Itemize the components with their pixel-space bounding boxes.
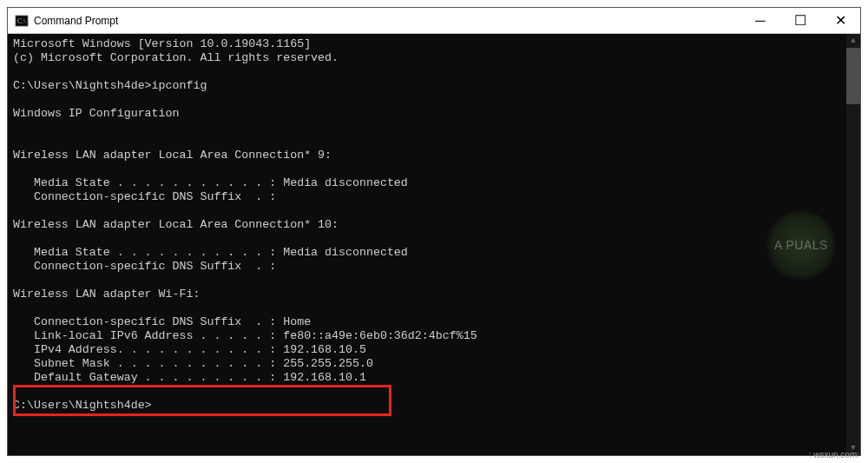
- window-titlebar[interactable]: C:\ Command Prompt ─ ☐ ✕: [8, 8, 860, 34]
- minimize-icon: ─: [755, 13, 765, 29]
- wifi-gateway: Default Gateway . . . . . . . . . : 192.…: [13, 371, 366, 384]
- scroll-thumb[interactable]: [846, 48, 860, 104]
- close-icon: ✕: [835, 12, 846, 29]
- cmd-icon: C:\: [15, 14, 29, 28]
- wifi-ipv6: Link-local IPv6 Address . . . . . : fe80…: [13, 329, 477, 342]
- adapter-9-media: Media State . . . . . . . . . . . : Medi…: [13, 176, 408, 189]
- close-button[interactable]: ✕: [820, 8, 860, 33]
- cursor: [152, 400, 159, 412]
- maximize-button[interactable]: ☐: [780, 8, 820, 33]
- wifi-subnet: Subnet Mask . . . . . . . . . . . : 255.…: [13, 357, 373, 370]
- wifi-dns: Connection-specific DNS Suffix . : Home: [13, 315, 311, 328]
- prompt-ipconfig: C:\Users\Nightsh4de>ipconfig: [13, 79, 207, 92]
- adapter-10-header: Wireless LAN adapter Local Area Connecti…: [13, 218, 339, 231]
- adapter-9-header: Wireless LAN adapter Local Area Connecti…: [13, 149, 332, 162]
- chevron-up-icon: ▲: [851, 36, 855, 45]
- scroll-up-button[interactable]: ▲: [846, 34, 860, 48]
- version-line: Microsoft Windows [Version 10.0.19043.11…: [13, 37, 311, 50]
- copyright-line: (c) Microsoft Corporation. All rights re…: [13, 51, 339, 64]
- minimize-button[interactable]: ─: [740, 8, 780, 33]
- command-prompt-window: C:\ Command Prompt ─ ☐ ✕ Microsoft Windo…: [7, 7, 861, 456]
- terminal-area[interactable]: Microsoft Windows [Version 10.0.19043.11…: [8, 34, 860, 455]
- adapter-wifi-header: Wireless LAN adapter Wi-Fi:: [13, 288, 200, 301]
- vertical-scrollbar[interactable]: ▲ ▼: [846, 34, 860, 455]
- source-credit: : wsxun.com:: [809, 450, 859, 460]
- svg-text:C:\: C:\: [17, 17, 27, 25]
- window-title: Command Prompt: [34, 15, 740, 27]
- wifi-ipv4: IPv4 Address. . . . . . . . . . . : 192.…: [13, 343, 366, 356]
- terminal-output: Microsoft Windows [Version 10.0.19043.11…: [8, 34, 860, 416]
- adapter-10-dns: Connection-specific DNS Suffix . :: [13, 260, 276, 273]
- adapter-9-dns: Connection-specific DNS Suffix . :: [13, 190, 276, 203]
- maximize-icon: ☐: [794, 12, 806, 29]
- prompt-idle: C:\Users\Nightsh4de>: [13, 399, 152, 412]
- window-controls: ─ ☐ ✕: [740, 8, 860, 33]
- ipconfig-header: Windows IP Configuration: [13, 107, 180, 120]
- adapter-10-media: Media State . . . . . . . . . . . : Medi…: [13, 246, 408, 259]
